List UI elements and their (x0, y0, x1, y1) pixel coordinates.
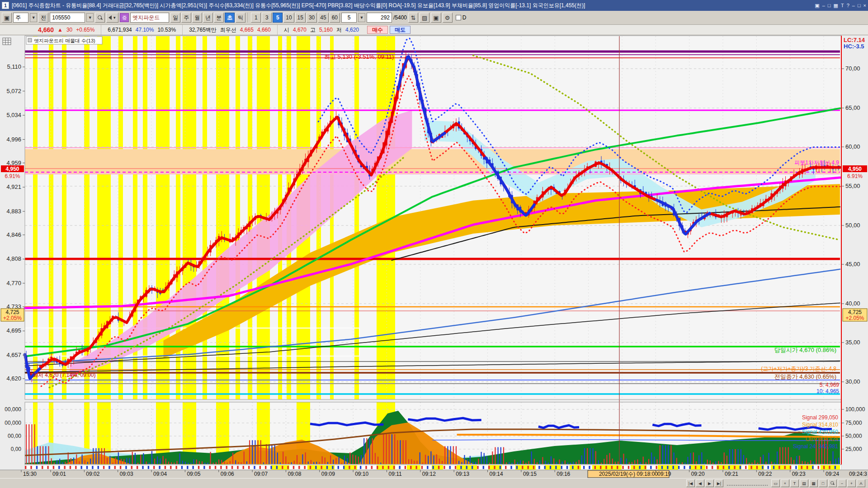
svg-text:엣지파운드리 매물대 수(13): 엣지파운드리 매물대 수(13) (34, 38, 95, 43)
window-control-0[interactable]: ▣ (815, 3, 819, 9)
svg-text:09:06: 09:06 (221, 471, 234, 477)
chart-tool-2[interactable]: T (790, 479, 799, 487)
svg-text:4,883: 4,883 (6, 208, 21, 215)
scroll-nav-0[interactable]: |◀ (686, 479, 695, 487)
bar-count-input[interactable]: 292 (367, 13, 392, 23)
svg-text:09:09: 09:09 (321, 471, 335, 477)
svg-text:50,00: 50,00 (845, 222, 860, 229)
zoom-control-2[interactable]: A (857, 479, 865, 487)
stock-code-input[interactable]: 105550 (50, 13, 85, 23)
period-button-초[interactable]: 초 (225, 13, 235, 23)
chart-tools-group: ▭+T▤▦□ (771, 479, 827, 487)
svg-text:09:04: 09:04 (153, 471, 167, 477)
period-combo-arrow[interactable]: ▼ (30, 13, 37, 22)
svg-text:LC:7.14: LC:7.14 (844, 37, 865, 43)
magnifier-button[interactable] (828, 479, 837, 487)
svg-text:09:19: 09:19 (657, 471, 671, 477)
period-button-주[interactable]: 주 (181, 13, 191, 23)
chart-tool-1[interactable]: + (781, 479, 789, 487)
scroll-track[interactable] (727, 481, 768, 486)
search-button[interactable] (95, 13, 105, 23)
svg-text:5,072: 5,072 (6, 88, 21, 94)
svg-text:Signal 420,950: Signal 420,950 (802, 429, 838, 435)
interval-button-45[interactable]: 45 (318, 13, 328, 23)
zoom-control-0[interactable]: − (838, 479, 846, 487)
sound-button[interactable]: ▼ (106, 13, 118, 23)
svg-text:09:10: 09:10 (355, 471, 368, 477)
interval-button-15[interactable]: 15 (295, 13, 306, 23)
stock-chart-window: 1 [0601] 주식종합차트 - 유통비율[88.4] 거래대금[32,765… (0, 0, 868, 488)
window-control-3[interactable]: ▦ (834, 3, 838, 9)
svg-text:5,110: 5,110 (7, 63, 21, 70)
interval-button-60[interactable]: 60 (330, 13, 340, 23)
prev-button[interactable]: 전 (38, 13, 48, 23)
svg-text:09:12: 09:12 (422, 471, 436, 477)
buy-button[interactable]: 매수 (367, 26, 388, 34)
svg-text:4,996: 4,996 (6, 136, 21, 143)
svg-text:70,00: 70,00 (845, 65, 860, 72)
save-chart-icon[interactable]: ▣ (431, 13, 441, 23)
interval-button-3[interactable]: 3 (262, 13, 272, 23)
svg-text:4,657: 4,657 (6, 352, 21, 358)
code-combo-arrow[interactable]: ▼ (86, 13, 94, 22)
svg-text:당일시가 4,670 (0.86%): 당일시가 4,670 (0.86%) (774, 347, 836, 353)
svg-text:4,725: 4,725 (5, 309, 19, 315)
interval-combo-arrow[interactable]: ▼ (358, 13, 365, 22)
svg-text:2025/02/19(수) 09:18:00: 2025/02/19(수) 09:18:00 (599, 471, 658, 477)
svg-text:09:15: 09:15 (523, 471, 537, 477)
window-control-5[interactable]: ? (847, 3, 849, 9)
scroll-nav-3[interactable]: ▶| (715, 479, 723, 487)
interval-button-30[interactable]: 30 (307, 13, 317, 23)
svg-text:09:14: 09:14 (490, 471, 503, 477)
chart-tool-4[interactable]: ▦ (809, 479, 818, 487)
scroll-nav-1[interactable]: ◀ (696, 479, 704, 487)
svg-text:Signal 24: 342,981: Signal 24: 342,981 (793, 443, 838, 450)
svg-text:5,034: 5,034 (6, 112, 21, 118)
spin-icon[interactable]: ⇅ (408, 13, 418, 23)
best-label: 최우선 (220, 26, 236, 34)
speaker-icon (108, 15, 112, 20)
stock-name-field[interactable]: 엣지파운드 (130, 13, 169, 23)
compare-chart-icon[interactable]: ▨ (420, 13, 429, 23)
interval-button-1[interactable]: 1 (251, 13, 261, 23)
period-button-년[interactable]: 년 (203, 13, 213, 23)
window-control-7[interactable]: □ (858, 3, 861, 9)
svg-text:65,00: 65,00 (845, 104, 860, 111)
interval-button-5[interactable]: 5 (273, 13, 283, 23)
period-combo[interactable]: 주 (13, 13, 28, 23)
svg-text:전일종가 4,630 (0.65%): 전일종가 4,630 (0.65%) (774, 373, 836, 380)
sell-button[interactable]: 매도 (390, 26, 410, 34)
d-checkbox-label: D (462, 14, 467, 21)
period-button-틱[interactable]: 틱 (236, 13, 245, 23)
period-button-분[interactable]: 분 (214, 13, 224, 23)
period-button-일[interactable]: 일 (170, 13, 180, 23)
high-label: 고 (310, 26, 316, 34)
status-bar: |◀◀▶▶| ▭+T▤▦□ −+A (0, 478, 868, 488)
interval-combo[interactable]: 5 (341, 13, 357, 23)
svg-text:75,000: 75,000 (845, 420, 862, 426)
zoom-control-1[interactable]: + (847, 479, 856, 487)
svg-text:4,695: 4,695 (6, 327, 21, 334)
chart-canvas[interactable]: 5,1105,0725,0344,9964,9594,9214,8834,846… (0, 35, 868, 478)
period-button-월[interactable]: 월 (192, 13, 202, 23)
window-control-2[interactable]: □ (828, 3, 831, 9)
svg-text:60,00: 60,00 (845, 143, 860, 150)
svg-text:5: 4,969: 5: 4,969 (820, 382, 840, 388)
window-control-4[interactable]: T (841, 3, 844, 9)
scroll-nav-2[interactable]: ▶ (705, 479, 714, 487)
window-control-1[interactable]: – (822, 3, 825, 9)
chart-tool-0[interactable]: ▭ (771, 479, 780, 487)
d-checkbox-group[interactable]: D (456, 14, 467, 21)
scroll-nav-group: |◀◀▶▶| (686, 479, 723, 487)
d-checkbox[interactable] (456, 15, 461, 20)
high-value: 5,160 (319, 27, 333, 33)
new-window-icon[interactable]: ▣ (2, 13, 12, 23)
settings-gear-icon[interactable]: ⚙ (443, 13, 453, 23)
interval-button-10[interactable]: 10 (283, 13, 294, 23)
window-control-8[interactable]: × (863, 3, 866, 9)
svg-text:최고 5,130 (-3.51%, 09:11): 최고 5,130 (-3.51%, 09:11) (324, 53, 394, 60)
chart-tool-3[interactable]: ▤ (800, 479, 808, 487)
chart-tool-5[interactable]: □ (819, 479, 827, 487)
window-control-6[interactable]: – (852, 3, 855, 9)
svg-text:09:20: 09:20 (691, 471, 705, 477)
